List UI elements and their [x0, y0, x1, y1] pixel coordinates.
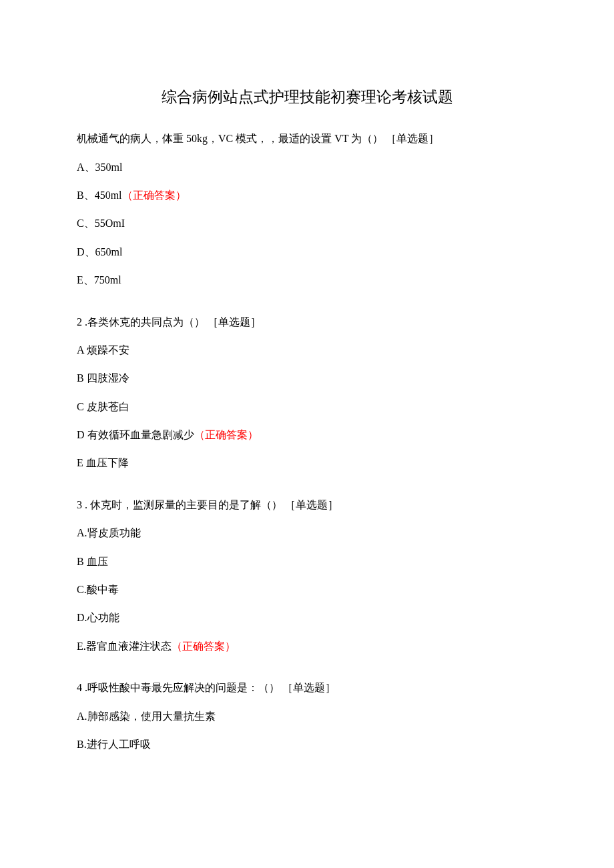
question-block: 4 .呼吸性酸中毒最先应解决的问题是：（） ［单选题］A.肺部感染，使用大量抗生…	[77, 681, 537, 752]
option-text: B、450ml	[77, 189, 122, 201]
option: E 血压下降	[77, 456, 537, 470]
option: A.肺部感染，使用大量抗生素	[77, 709, 537, 724]
question-block: 2 .各类休克的共同点为（） ［单选题］A 烦躁不安B 四肢湿冷C 皮肤苍白D …	[77, 315, 537, 471]
option: A、350ml	[77, 160, 537, 175]
option-text: B 血压	[77, 556, 108, 567]
option: B 血压	[77, 554, 537, 569]
option: B 四肢湿冷	[77, 371, 537, 386]
option: C.酸中毒	[77, 582, 537, 597]
option: B.进行人工呼吸	[77, 737, 537, 752]
question-text: 2 .各类休克的共同点为（） ［单选题］	[77, 315, 537, 330]
question-block: 机械通气的病人，体重 50kg，VC 模式，，最适的设置 VT 为（） ［单选题…	[77, 131, 537, 288]
option-text: E 血压下降	[77, 457, 129, 468]
option: D、650ml	[77, 245, 537, 260]
option: C 皮肤苍白	[77, 400, 537, 414]
option-text: A.肾皮质功能	[77, 527, 141, 538]
option-text: E.器官血液灌注状态	[77, 640, 172, 652]
option: A.肾皮质功能	[77, 526, 537, 540]
option-text: D.心功能	[77, 612, 119, 623]
option-text: C.酸中毒	[77, 584, 119, 595]
option-text: D 有效循环血量急剧减少	[77, 429, 194, 440]
question-text: 机械通气的病人，体重 50kg，VC 模式，，最适的设置 VT 为（） ［单选题…	[77, 131, 537, 146]
correct-answer-label: （正确答案）	[122, 189, 186, 201]
page-title: 综合病例站点式护理技能初赛理论考核试题	[77, 87, 537, 108]
option-text: B.进行人工呼吸	[77, 739, 151, 750]
option-text: A、350ml	[77, 161, 122, 173]
option: E.器官血液灌注状态（正确答案）	[77, 639, 537, 654]
option-text: B 四肢湿冷	[77, 372, 129, 384]
option: D.心功能	[77, 610, 537, 625]
option-text: A.肺部感染，使用大量抗生素	[77, 711, 216, 722]
option: A 烦躁不安	[77, 343, 537, 358]
option: C、55OmI	[77, 216, 537, 231]
correct-answer-label: （正确答案）	[194, 429, 258, 440]
option: D 有效循环血量急剧减少（正确答案）	[77, 428, 537, 442]
option-text: A 烦躁不安	[77, 344, 129, 356]
option-text: C、55OmI	[77, 218, 125, 229]
question-text: 4 .呼吸性酸中毒最先应解决的问题是：（） ［单选题］	[77, 681, 537, 695]
option-text: D、650ml	[77, 246, 122, 258]
option: E、750ml	[77, 273, 537, 288]
option-text: E、750ml	[77, 274, 121, 286]
question-block: 3 . 休克时，监测尿量的主要目的是了解（） ［单选题］A.肾皮质功能B 血压C…	[77, 498, 537, 654]
option-text: C 皮肤苍白	[77, 401, 129, 412]
correct-answer-label: （正确答案）	[172, 640, 236, 652]
question-text: 3 . 休克时，监测尿量的主要目的是了解（） ［单选题］	[77, 498, 537, 512]
option: B、450ml（正确答案）	[77, 188, 537, 203]
